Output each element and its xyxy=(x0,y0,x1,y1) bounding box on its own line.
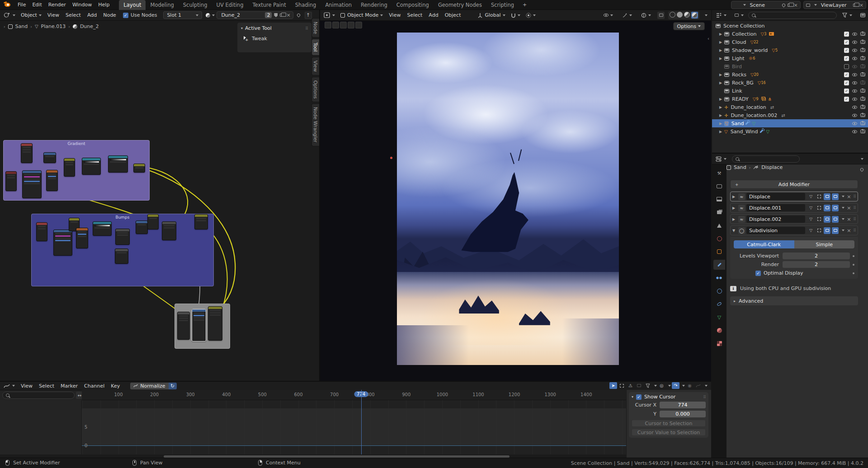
filter-icon[interactable] xyxy=(644,382,651,389)
shader-type-dropdown[interactable]: Object xyxy=(18,12,44,18)
exclude-checkbox[interactable]: ✓ xyxy=(844,48,849,53)
expand-arrow-icon[interactable]: ▶ xyxy=(718,130,723,134)
realtime-display-icon[interactable] xyxy=(824,216,830,223)
delete-modifier-icon[interactable]: × xyxy=(847,228,851,234)
outliner-row[interactable]: ▶ Collection 3 ✓ xyxy=(712,30,868,38)
on-cage-icon[interactable] xyxy=(816,205,822,211)
drag-handle-icon[interactable]: ⠿ xyxy=(305,26,308,31)
shader-node[interactable] xyxy=(82,158,101,175)
editor-type-button[interactable] xyxy=(4,12,15,18)
properties-tab-particles[interactable] xyxy=(713,273,725,283)
hide-eye-icon[interactable] xyxy=(852,81,857,84)
pivot-icon[interactable]: ◎ xyxy=(658,382,665,389)
select-circle-icon[interactable] xyxy=(340,22,347,28)
active-tool-header[interactable]: ▾ Active Tool ⠿ xyxy=(241,25,308,31)
select-tool-icon[interactable] xyxy=(325,22,331,28)
sidebar-collapse-icon[interactable]: ‹ xyxy=(708,36,709,41)
outliner-row[interactable]: ▶ Rock_BG 16 ✓ xyxy=(712,79,868,87)
hide-eye-icon[interactable] xyxy=(852,106,857,109)
hide-eye-icon[interactable] xyxy=(852,65,857,68)
expand-arrow-icon[interactable]: ▶ xyxy=(718,81,723,85)
shader-node[interactable] xyxy=(136,220,148,234)
menu-item[interactable]: Node xyxy=(100,12,119,18)
edit-mode-display-icon[interactable]: ▽ xyxy=(807,227,814,234)
proportional-icon[interactable]: ◉ xyxy=(686,382,693,389)
shader-node[interactable] xyxy=(64,158,75,177)
new-collection-button[interactable] xyxy=(860,13,865,17)
workspace-tab[interactable]: Layout xyxy=(119,0,146,10)
shading-material-preview-icon[interactable] xyxy=(684,12,690,19)
extras-dropdown-icon[interactable] xyxy=(842,207,844,209)
edit-mode-display-icon[interactable]: ▽ xyxy=(807,193,814,200)
extras-dropdown-icon[interactable] xyxy=(842,196,844,197)
properties-tab-output[interactable] xyxy=(713,194,725,204)
modifier-name[interactable]: Subdivision xyxy=(746,227,805,234)
shading-wireframe-icon[interactable] xyxy=(670,12,675,19)
properties-tab-texture[interactable] xyxy=(713,338,725,348)
sidebar-tab[interactable]: Node xyxy=(311,18,319,37)
workspace-tab[interactable]: Texture Paint xyxy=(248,0,290,10)
properties-search[interactable] xyxy=(732,155,800,163)
modifier-name[interactable]: Displace xyxy=(746,193,805,200)
menu-item[interactable]: Select xyxy=(404,12,425,18)
modifier-row[interactable]: ▼ ◯ Subdivision ▽ × ⠿ xyxy=(730,225,858,235)
outliner-filter-button[interactable] xyxy=(842,13,852,18)
expand-arrow-icon[interactable]: ▶ xyxy=(718,97,723,101)
simple-button[interactable]: Simple xyxy=(794,240,855,248)
editor-type-button[interactable] xyxy=(716,156,726,162)
drag-handle-icon[interactable]: ⠿ xyxy=(853,228,856,233)
workspace-tab[interactable]: Compositing xyxy=(392,0,434,10)
add-workspace-button[interactable]: + xyxy=(519,0,531,10)
outliner-row[interactable]: ▶ READY 913 ✓ xyxy=(712,95,868,103)
menu-item[interactable]: Window xyxy=(69,2,95,8)
hide-eye-icon[interactable] xyxy=(852,89,857,93)
shader-node[interactable] xyxy=(115,248,128,264)
cursor-value-to-selection-button[interactable]: Cursor Value to Selection xyxy=(632,429,706,436)
on-cage-icon[interactable] xyxy=(816,227,822,234)
outliner-row[interactable]: ▶ ✛ Dune_location xyxy=(712,103,868,111)
shading-dropdown-icon[interactable] xyxy=(705,14,708,16)
animate-dot[interactable] xyxy=(853,264,854,266)
render-display-icon[interactable] xyxy=(832,216,839,223)
disable-render-camera-icon[interactable] xyxy=(860,81,865,84)
close-icon[interactable]: × xyxy=(794,2,798,8)
realtime-display-icon[interactable] xyxy=(824,227,830,234)
normalize-toggle[interactable]: Normalize xyxy=(130,383,168,389)
expand-icon[interactable]: ▶ xyxy=(732,206,737,210)
disable-render-camera-icon[interactable] xyxy=(860,40,865,44)
menu-item[interactable]: View xyxy=(18,383,36,389)
outliner-row[interactable]: ▶ Bird xyxy=(712,62,868,70)
properties-tab-viewlayer[interactable] xyxy=(713,207,725,217)
add-modifier-button[interactable]: ＋ Add Modifier xyxy=(730,180,858,189)
channel-region[interactable] xyxy=(0,400,82,454)
shader-node[interactable] xyxy=(162,221,176,240)
ghost-curves-icon[interactable] xyxy=(635,382,643,389)
shader-node[interactable] xyxy=(22,170,42,198)
menu-item[interactable]: Channel xyxy=(81,383,108,389)
menu-item[interactable]: Edit xyxy=(29,2,45,8)
disable-render-camera-icon[interactable] xyxy=(860,89,865,93)
workspace-tab[interactable]: Geometry Nodes xyxy=(434,0,486,10)
properties-tab-data[interactable] xyxy=(713,312,725,322)
copy-material-icon[interactable] xyxy=(280,14,284,17)
graph-canvas[interactable]: 50-5 xyxy=(82,400,626,454)
playhead-line[interactable] xyxy=(361,390,362,454)
hide-eye-icon[interactable] xyxy=(852,33,857,36)
unlink-material-icon[interactable]: × xyxy=(286,12,290,18)
menu-item[interactable]: File xyxy=(14,2,29,8)
workspace-tab[interactable]: Animation xyxy=(321,0,356,10)
disable-render-camera-icon[interactable] xyxy=(860,122,865,125)
workspace-tab[interactable]: Modeling xyxy=(146,0,178,10)
shader-node[interactable] xyxy=(43,152,56,163)
keying-curve-icon[interactable] xyxy=(694,382,702,389)
properties-tab-tool[interactable] xyxy=(713,168,725,178)
render-levels-field[interactable]: 2 xyxy=(783,261,850,268)
transform-orientation-dropdown[interactable]: Global xyxy=(475,12,508,18)
realtime-display-icon[interactable] xyxy=(824,193,830,200)
snap-dropdown[interactable] xyxy=(508,13,523,18)
collapse-icon[interactable]: ▾ xyxy=(632,395,633,399)
delete-modifier-icon[interactable]: × xyxy=(847,205,851,211)
modifier-row[interactable]: ▶ ≈ Displace.002 ▽ × ⠿ xyxy=(730,214,858,224)
disable-render-camera-icon[interactable] xyxy=(860,130,865,133)
menu-item[interactable]: Object xyxy=(442,12,464,18)
